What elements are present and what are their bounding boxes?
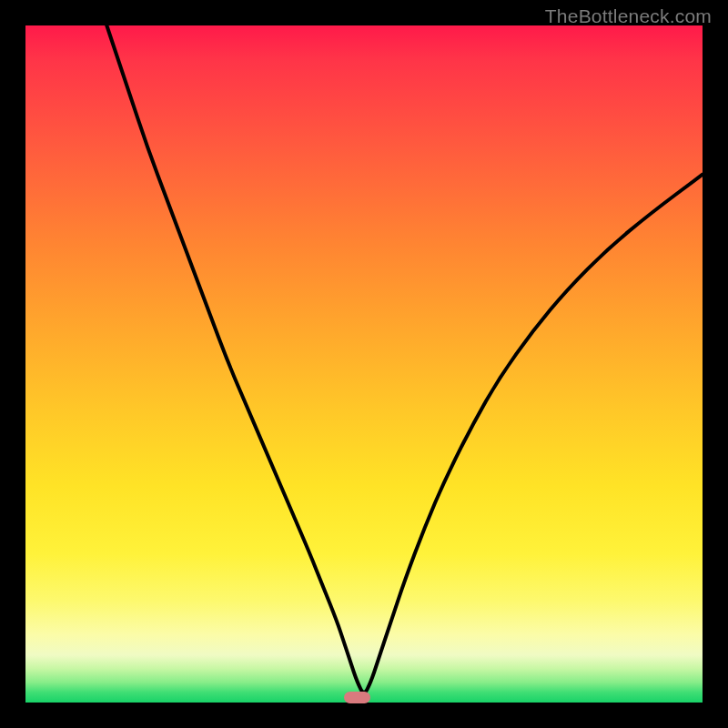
watermark-text: TheBottleneck.com xyxy=(545,5,712,27)
optimum-marker xyxy=(344,692,371,703)
plot-area xyxy=(25,25,703,703)
chart-container: TheBottleneck.com xyxy=(0,0,728,728)
bottleneck-curve xyxy=(106,25,703,693)
curve-svg xyxy=(25,25,703,703)
